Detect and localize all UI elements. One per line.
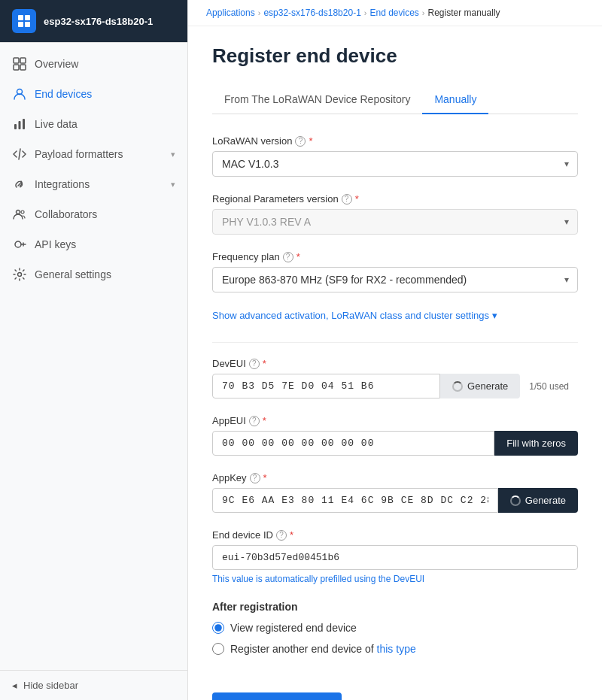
svg-rect-1: [25, 15, 30, 20]
frequency-plan-select-wrapper: Europe 863-870 MHz (SF9 for RX2 - recomm…: [212, 267, 578, 292]
refresh-icon-appkey: [510, 495, 521, 506]
sidebar-item-label-end-devices: End devices: [35, 88, 92, 100]
end-device-id-help-icon[interactable]: ?: [276, 530, 287, 541]
sidebar-item-label-overview: Overview: [35, 58, 78, 70]
settings-icon: [12, 267, 27, 282]
svg-point-16: [18, 273, 22, 277]
lorawan-version-select[interactable]: MAC V1.0.3: [212, 151, 578, 177]
app-eui-help-icon[interactable]: ?: [249, 416, 260, 426]
dev-eui-row: Generate 1/50 used: [212, 374, 578, 398]
frequency-plan-help-icon[interactable]: ?: [283, 252, 293, 262]
svg-point-15: [15, 241, 21, 247]
end-device-id-label: End device ID ? *: [212, 529, 578, 541]
svg-point-14: [21, 211, 24, 214]
dev-eui-used-count: 1/50 used: [520, 374, 578, 398]
app-key-group: AppKey ? * Generate: [212, 472, 578, 513]
svg-rect-7: [20, 65, 26, 70]
sidebar-item-general-settings[interactable]: General settings: [0, 259, 187, 289]
regional-params-help-icon[interactable]: ?: [342, 194, 352, 205]
svg-rect-6: [14, 65, 19, 70]
app-eui-row: Fill with zeros: [212, 431, 578, 456]
tab-lorawan-repo[interactable]: From The LoRaWAN Device Repository: [212, 86, 422, 114]
advanced-settings-link[interactable]: Show advanced activation, LoRaWAN class …: [212, 310, 497, 321]
frequency-plan-select[interactable]: Europe 863-870 MHz (SF9 for RX2 - recomm…: [212, 267, 578, 292]
key-icon: [12, 237, 27, 252]
sidebar-item-label-live-data: Live data: [35, 118, 78, 130]
dev-eui-help-icon[interactable]: ?: [249, 359, 260, 369]
sidebar-item-end-devices[interactable]: End devices: [0, 79, 187, 109]
people-icon: [12, 207, 27, 222]
after-registration-group: After registration View registered end d…: [212, 601, 578, 655]
end-device-id-group: End device ID ? * This value is automati…: [212, 529, 578, 584]
app-name: esp32-sx176-ds18b20-1: [44, 16, 153, 27]
refresh-icon: [452, 381, 463, 392]
sidebar-item-overview[interactable]: Overview: [0, 49, 187, 79]
app-key-required: *: [263, 472, 267, 483]
regional-params-required: *: [355, 193, 359, 205]
sidebar-item-api-keys[interactable]: API keys: [0, 229, 187, 259]
chevron-down-icon: ▾: [171, 150, 175, 159]
lorawan-version-group: LoRaWAN version ? * MAC V1.0.3: [212, 135, 578, 177]
sidebar-item-label-payload: Payload formatters: [35, 148, 123, 160]
hide-sidebar-label: Hide sidebar: [23, 680, 78, 691]
frequency-plan-group: Frequency plan ? * Europe 863-870 MHz (S…: [212, 251, 578, 292]
svg-rect-11: [23, 119, 25, 129]
svg-rect-4: [14, 58, 19, 63]
breadcrumb-applications[interactable]: Applications: [206, 8, 255, 18]
lorawan-version-help-icon[interactable]: ?: [295, 136, 306, 147]
svg-rect-9: [14, 124, 17, 129]
app-eui-group: AppEUI ? * Fill with zeros: [212, 415, 578, 456]
dev-eui-label: DevEUI ? *: [212, 358, 578, 369]
after-registration-options: View registered end device Register anot…: [212, 622, 578, 655]
lorawan-version-label: LoRaWAN version ? *: [212, 135, 578, 147]
dev-eui-generate-button[interactable]: Generate: [440, 374, 520, 398]
app-eui-label: AppEUI ? *: [212, 415, 578, 426]
svg-rect-3: [25, 22, 30, 27]
page-title: Register end device: [212, 44, 578, 68]
svg-rect-0: [18, 15, 23, 20]
app-key-help-icon[interactable]: ?: [250, 473, 260, 483]
breadcrumb: Applications › esp32-sx176-ds18b20-1 › E…: [188, 0, 602, 26]
fill-with-zeros-button[interactable]: Fill with zeros: [494, 431, 578, 456]
after-registration-title: After registration: [212, 601, 578, 613]
radio-register-another[interactable]: Register another end device of this type: [212, 643, 578, 655]
tab-manually[interactable]: Manually: [422, 86, 488, 114]
divider: [212, 342, 578, 343]
sidebar-item-collaborators[interactable]: Collaborators: [0, 199, 187, 229]
tabs: From The LoRaWAN Device Repository Manua…: [212, 86, 578, 114]
svg-point-13: [17, 211, 20, 214]
breadcrumb-sep-2: ›: [364, 8, 367, 17]
breadcrumb-app-name[interactable]: esp32-sx176-ds18b20-1: [263, 8, 360, 18]
regional-params-label: Regional Parameters version ? *: [212, 193, 578, 205]
chevron-left-icon: ◂: [12, 680, 17, 691]
sidebar-nav: Overview End devices Live data Payload f…: [0, 43, 187, 670]
grid-icon: [12, 56, 27, 71]
radio-view-label: View registered end device: [230, 622, 357, 634]
app-eui-input[interactable]: [212, 431, 494, 456]
chevron-down-icon-adv: ▾: [492, 310, 497, 321]
code-icon: [12, 147, 27, 162]
sidebar-item-live-data[interactable]: Live data: [0, 109, 187, 139]
hide-sidebar-button[interactable]: ◂ Hide sidebar: [0, 670, 187, 700]
app-key-row: Generate: [212, 488, 578, 513]
app-key-generate-button[interactable]: Generate: [498, 488, 578, 513]
dev-eui-input[interactable]: [212, 374, 440, 398]
sidebar-item-label-settings: General settings: [35, 268, 111, 280]
radio-view-registered[interactable]: View registered end device: [212, 622, 578, 634]
radio-another-label: Register another end device of this type: [230, 643, 416, 655]
dev-eui-group: DevEUI ? * Generate 1/50 used: [212, 358, 578, 398]
sidebar-header: esp32-sx176-ds18b20-1: [0, 0, 187, 43]
regional-params-select-wrapper: PHY V1.0.3 REV A: [212, 209, 578, 235]
sidebar-item-integrations[interactable]: Integrations ▾: [0, 169, 187, 199]
chevron-down-icon-int: ▾: [171, 180, 175, 189]
sidebar-item-payload-formatters[interactable]: Payload formatters ▾: [0, 139, 187, 169]
regional-params-select[interactable]: PHY V1.0.3 REV A: [212, 209, 578, 235]
radio-view-input[interactable]: [212, 622, 224, 634]
breadcrumb-end-devices[interactable]: End devices: [369, 8, 418, 18]
app-key-input[interactable]: [212, 488, 498, 513]
svg-rect-2: [18, 22, 23, 27]
register-end-device-button[interactable]: Register end device: [212, 692, 342, 700]
radio-another-input[interactable]: [212, 643, 224, 655]
app-logo: [12, 9, 36, 33]
end-device-id-input[interactable]: [212, 545, 578, 570]
